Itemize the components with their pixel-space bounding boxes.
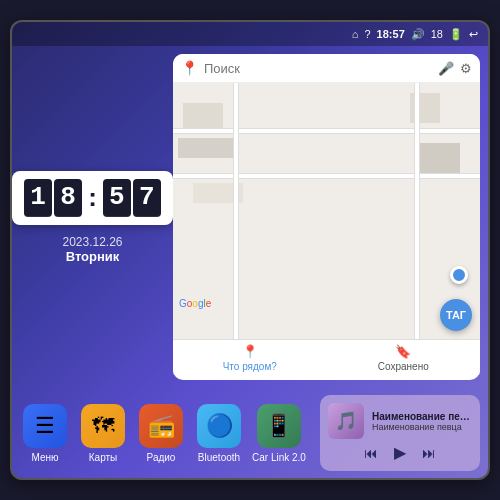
map-road — [173, 173, 480, 179]
menu-icon: ☰ — [23, 404, 67, 448]
map-block — [178, 138, 233, 158]
app-icons: ☰ Меню 🗺 Карты 📻 Радио 🔵 Bluetooth 📱 Car… — [20, 404, 320, 463]
device-frame: ⌂ ? 18:57 🔊 18 🔋 ↩ 1 8 : 5 7 2023.12.26 — [10, 20, 490, 480]
map-block — [183, 103, 223, 128]
map-area[interactable]: Google ТАГ — [173, 83, 480, 339]
search-actions: 🎤 ⚙ — [438, 61, 472, 76]
prev-button[interactable]: ⏮ — [364, 445, 378, 461]
minute-ones: 7 — [133, 179, 161, 217]
day-text: Вторник — [62, 249, 122, 264]
maps-icon: 🗺 — [81, 404, 125, 448]
map-block — [415, 143, 460, 173]
map-road — [233, 83, 239, 339]
microphone-icon[interactable]: 🎤 — [438, 61, 454, 76]
menu-label: Меню — [31, 452, 58, 463]
map-tab-nearby[interactable]: 📍 Что рядом? — [173, 340, 327, 375]
map-panel: 📍 🎤 ⚙ Google — [173, 54, 480, 380]
nearby-icon: 📍 — [242, 344, 258, 359]
music-text: Наименование песни Наименование певца — [372, 411, 472, 432]
next-button[interactable]: ⏭ — [422, 445, 436, 461]
app-item-carlink[interactable]: 📱 Car Link 2.0 — [252, 404, 306, 463]
google-logo: Google — [179, 298, 211, 309]
settings-icon[interactable]: ⚙ — [460, 61, 472, 76]
hours-group: 1 8 — [24, 179, 82, 217]
question-icon[interactable]: ? — [364, 28, 370, 40]
map-bottom-tabs: 📍 Что рядом? 🔖 Сохранено — [173, 339, 480, 375]
hour-ones: 8 — [54, 179, 82, 217]
volume-icon: 🔊 — [411, 28, 425, 41]
hour-tens: 1 — [24, 179, 52, 217]
music-info: 🎵 Наименование песни Наименование певца — [328, 403, 472, 439]
carlink-label: Car Link 2.0 — [252, 452, 306, 463]
map-road — [414, 83, 420, 339]
clock-colon: : — [86, 182, 99, 213]
nearby-label: Что рядом? — [223, 361, 277, 372]
clock-panel: 1 8 : 5 7 2023.12.26 Вторник — [20, 54, 165, 380]
location-dot — [450, 266, 468, 284]
status-bar: ⌂ ? 18:57 🔊 18 🔋 ↩ — [12, 22, 488, 46]
navigation-button[interactable]: ТАГ — [440, 299, 472, 331]
bottom-bar: ☰ Меню 🗺 Карты 📻 Радио 🔵 Bluetooth 📱 Car… — [12, 388, 488, 478]
app-item-maps[interactable]: 🗺 Карты — [78, 404, 128, 463]
map-pin-icon: 📍 — [181, 60, 198, 76]
minutes-group: 5 7 — [103, 179, 161, 217]
music-player: 🎵 Наименование песни Наименование певца … — [320, 395, 480, 471]
app-item-bluetooth[interactable]: 🔵 Bluetooth — [194, 404, 244, 463]
map-tab-saved[interactable]: 🔖 Сохранено — [327, 340, 481, 375]
artist-name: Наименование певца — [372, 422, 472, 432]
status-time: 18:57 — [377, 28, 405, 40]
map-search-bar: 📍 🎤 ⚙ — [173, 54, 480, 83]
battery-icon: 🔋 — [449, 28, 463, 41]
home-icon[interactable]: ⌂ — [352, 28, 359, 40]
date-info: 2023.12.26 Вторник — [62, 235, 122, 264]
play-button[interactable]: ▶ — [394, 443, 406, 462]
search-input[interactable] — [204, 61, 432, 76]
saved-label: Сохранено — [378, 361, 429, 372]
saved-icon: 🔖 — [395, 344, 411, 359]
map-road — [173, 128, 480, 134]
radio-label: Радио — [147, 452, 176, 463]
song-name: Наименование песни — [372, 411, 472, 422]
radio-icon: 📻 — [139, 404, 183, 448]
battery-label: 18 — [431, 28, 443, 40]
album-art: 🎵 — [328, 403, 364, 439]
carlink-icon: 📱 — [257, 404, 301, 448]
minute-tens: 5 — [103, 179, 131, 217]
app-item-menu[interactable]: ☰ Меню — [20, 404, 70, 463]
bluetooth-icon: 🔵 — [197, 404, 241, 448]
back-icon[interactable]: ↩ — [469, 28, 478, 41]
date-text: 2023.12.26 — [62, 235, 122, 249]
main-content: 1 8 : 5 7 2023.12.26 Вторник 📍 🎤 — [12, 46, 488, 388]
bluetooth-label: Bluetooth — [198, 452, 240, 463]
maps-label: Карты — [89, 452, 118, 463]
app-item-radio[interactable]: 📻 Радио — [136, 404, 186, 463]
music-controls: ⏮ ▶ ⏭ — [328, 443, 472, 462]
flip-clock: 1 8 : 5 7 — [12, 171, 173, 225]
